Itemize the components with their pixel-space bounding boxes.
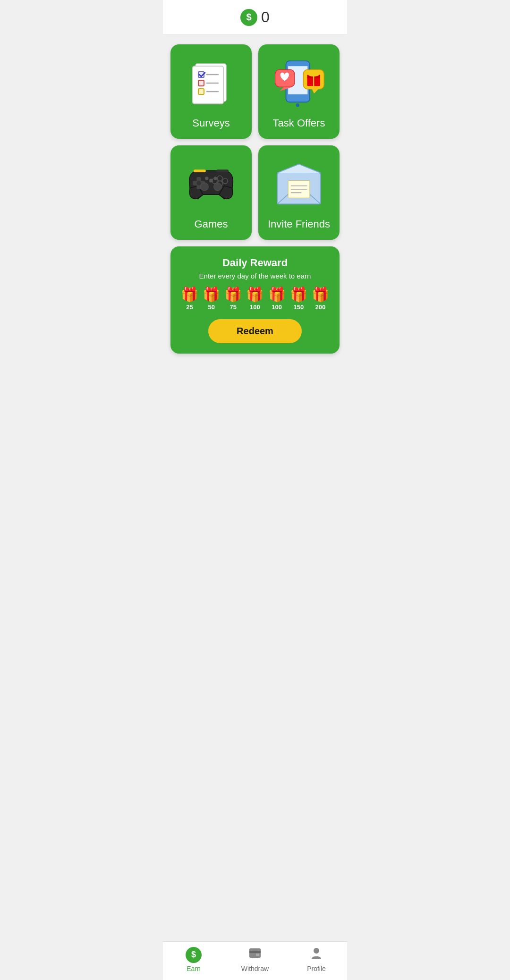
daily-reward-title: Daily Reward [179, 257, 331, 269]
svg-point-29 [214, 183, 222, 191]
gift-value-7: 200 [315, 304, 326, 311]
balance-dollar-icon: $ [240, 9, 257, 26]
gift-item-7: 🎁 200 [312, 287, 329, 311]
svg-point-24 [217, 176, 222, 181]
gift-icon-4: 🎁 [246, 287, 264, 302]
gift-value-1: 25 [186, 304, 193, 311]
gift-item-1: 🎁 25 [181, 287, 198, 311]
surveys-label: Surveys [192, 117, 230, 129]
header: $ 0 [163, 0, 347, 35]
earn-cards-grid: Surveys [170, 44, 340, 240]
invite-friends-label: Invite Friends [268, 218, 330, 230]
gift-value-3: 75 [230, 304, 237, 311]
svg-point-11 [296, 103, 299, 107]
surveys-card[interactable]: Surveys [170, 44, 252, 139]
svg-point-28 [201, 183, 209, 191]
daily-reward-card: Daily Reward Enter every day of the week… [170, 246, 340, 354]
invite-friends-icon [273, 158, 325, 210]
games-card[interactable]: Games [170, 145, 252, 240]
gift-icon-5: 🎁 [268, 287, 286, 302]
gift-icon-2: 🎁 [203, 287, 220, 302]
gift-icon-1: 🎁 [181, 287, 198, 302]
svg-point-25 [222, 178, 228, 184]
task-offers-icon-area [264, 52, 334, 113]
svg-point-32 [214, 177, 217, 180]
task-offers-label: Task Offers [273, 117, 325, 129]
svg-rect-5 [198, 80, 204, 86]
main-content: Surveys [163, 35, 347, 401]
balance-amount: 0 [261, 8, 270, 26]
gift-value-2: 50 [208, 304, 214, 311]
svg-rect-7 [198, 89, 204, 94]
gift-item-4: 🎁 100 [246, 287, 264, 311]
games-icon-area [176, 153, 246, 214]
gift-icon-3: 🎁 [224, 287, 242, 302]
gift-item-5: 🎁 100 [268, 287, 286, 311]
svg-rect-23 [216, 169, 229, 172]
daily-reward-subtitle: Enter every day of the week to earn [179, 272, 331, 280]
svg-marker-15 [312, 89, 319, 93]
gift-item-2: 🎁 50 [203, 287, 220, 311]
svg-rect-22 [194, 169, 206, 172]
games-label: Games [195, 218, 228, 230]
task-offers-icon [271, 57, 327, 109]
invite-friends-card[interactable]: Invite Friends [258, 145, 340, 240]
games-icon [180, 160, 242, 207]
gift-value-5: 100 [272, 304, 282, 311]
gift-item-3: 🎁 75 [224, 287, 242, 311]
surveys-icon-area [176, 52, 246, 113]
gift-icon-7: 🎁 [312, 287, 329, 302]
gifts-row: 🎁 25 🎁 50 🎁 75 🎁 100 🎁 100 🎁 150 [179, 287, 331, 311]
surveys-icon [185, 57, 237, 109]
gift-value-6: 150 [293, 304, 304, 311]
gift-value-4: 100 [250, 304, 260, 311]
redeem-button[interactable]: Redeem [208, 319, 302, 343]
gift-item-6: 🎁 150 [290, 287, 307, 311]
svg-point-31 [205, 177, 208, 180]
svg-rect-30 [209, 179, 212, 182]
task-offers-card[interactable]: Task Offers [258, 44, 340, 139]
svg-point-21 [196, 181, 201, 185]
invite-friends-icon-area [264, 153, 334, 214]
svg-rect-1 [193, 66, 223, 104]
gift-icon-6: 🎁 [290, 287, 307, 302]
